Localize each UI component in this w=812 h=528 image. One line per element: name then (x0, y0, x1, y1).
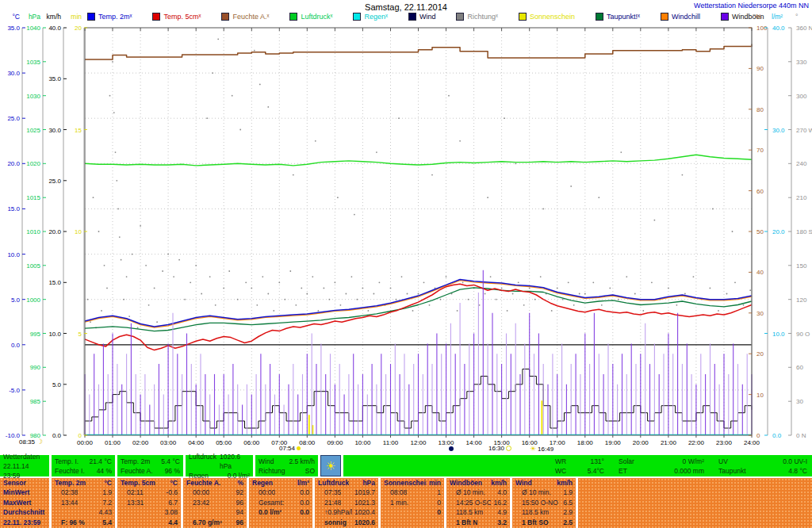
stats-row: Ø 10 min.1.9 (515, 488, 573, 497)
sundot-marker: 07:54 (279, 445, 301, 452)
status-value: 44 % (97, 466, 112, 476)
row-label: Sensor (3, 478, 46, 488)
stats-value: 96 (236, 498, 243, 507)
stats-value: 0 (437, 498, 441, 507)
status-cell: Wetterdaten22.11.14 23:59 (0, 455, 49, 476)
stats-value: 0.0 (300, 498, 309, 507)
stats-column-feuchte-a-: Feuchte A.%00:009223:4296946.70 g/m³96 (183, 478, 247, 528)
stats-detail: 07:35 (318, 488, 341, 497)
stats-detail: 1 Bft N (450, 518, 477, 527)
column-unit: hPa (362, 478, 375, 488)
svg-text:990: 990 (30, 364, 41, 371)
stats-value: 3.08 (164, 507, 178, 517)
stats-column-regen: Regenl/m²00:000.0Gesamt:0.00.0 l/m²0.0 (249, 478, 312, 528)
status-row: WR131° (555, 457, 604, 466)
column-name: Regen (252, 478, 273, 488)
stats-row: ↑0.9hPa/h1020.4 (318, 507, 375, 517)
stats-row: 23:4296 (186, 498, 243, 507)
status-row: 22.11.14 23:59 (3, 461, 46, 480)
column-name: Windböen (450, 478, 482, 488)
stats-detail (186, 507, 193, 517)
status-value: 21.4 °C (90, 457, 112, 466)
stats-value: 0.0 (300, 488, 309, 497)
stats-row: 118.5 km2.9 (515, 507, 573, 517)
status-cell: Luftdruck1020.6 hPaRegen0.0 l/m² (186, 455, 253, 476)
column-unit: km/h (557, 478, 573, 488)
stats-value: 1.9 (563, 488, 573, 497)
svg-text:60: 60 (756, 188, 764, 195)
stats-column-sonnenschein: Sonnenscheinmin08:0811 min.00 (381, 478, 444, 528)
svg-text:10: 10 (756, 392, 764, 399)
svg-text:15.0: 15.0 (7, 205, 20, 212)
stats-detail: 02:38 (55, 488, 78, 497)
stats-value: 16.2 (493, 498, 507, 507)
marker-time-label: 16:49 (538, 446, 553, 453)
marker-time-label: 08:35 (19, 438, 35, 446)
svg-text:985: 985 (30, 398, 41, 405)
stats-detail (121, 507, 127, 517)
svg-text:0.0: 0.0 (11, 342, 21, 349)
stats-row: 02:11-0.6 (121, 488, 178, 497)
status-value: 1020.6 hPa (220, 452, 250, 471)
status-row: Temp. 2m5.4 °C (121, 457, 180, 466)
status-value: 5.4°C (588, 466, 604, 476)
row-label: MaxWert (3, 498, 46, 507)
svg-text:60: 60 (796, 364, 803, 371)
status-row: Luftdruck1020.6 hPa (189, 452, 250, 471)
status-label: Solar (619, 457, 634, 466)
column-header: Windkm/h (515, 478, 573, 488)
stats-value: 6.7 (168, 498, 178, 507)
svg-text:30.0: 30.0 (48, 127, 61, 134)
stats-detail: 118.5 km (515, 507, 549, 517)
svg-text:270 W: 270 W (796, 127, 812, 134)
status-label: Feuchte A. (121, 466, 153, 476)
status-value: SO (305, 466, 315, 476)
svg-text:23:00: 23:00 (716, 439, 733, 446)
svg-text:80: 80 (756, 106, 764, 113)
status-label: Feuchte I. (55, 466, 85, 476)
svg-text:18:00: 18:00 (577, 439, 594, 446)
stats-value: 5.4 (102, 518, 112, 527)
svg-text:0.0: 0.0 (772, 432, 782, 439)
svg-text:90 O: 90 O (796, 331, 810, 338)
svg-text:21:00: 21:00 (661, 439, 677, 446)
status-label: UV (718, 457, 728, 466)
stats-detail: 21:48 (318, 498, 341, 507)
stats-value: 4.43 (98, 507, 112, 517)
svg-text:210: 210 (796, 194, 807, 201)
moon-marker: 08:35☽ (19, 438, 43, 446)
stats-column-luftdruck: LuftdruckhPa07:351019.721:481021.3↑0.9hP… (315, 478, 378, 528)
svg-text:04:00: 04:00 (188, 439, 205, 446)
status-row: ET0.000 mm (619, 466, 704, 476)
svg-text:13:00: 13:00 (438, 439, 454, 446)
svg-text:10.0: 10.0 (48, 331, 61, 338)
stats-row: 1 Bft SO2.5 (515, 518, 573, 527)
stats-value: 4.9 (497, 507, 507, 517)
svg-text:°: ° (795, 13, 798, 21)
sensor-label-column: SensorMinWertMaxWertDurchschnitt22.11. 2… (0, 478, 49, 528)
row-label: 22.11. 23:59 (3, 518, 46, 527)
svg-text:11:00: 11:00 (383, 439, 399, 446)
stats-row: 13:316.7 (121, 498, 178, 507)
column-unit: °C (104, 478, 112, 488)
svg-text:30.0: 30.0 (772, 127, 785, 134)
navydot-marker (449, 446, 455, 451)
svg-text:1030: 1030 (26, 93, 40, 100)
stats-row: 00:0092 (186, 488, 243, 497)
column-unit: °C (170, 478, 178, 488)
svg-text:10: 10 (75, 228, 82, 235)
svg-text:0: 0 (79, 432, 82, 439)
stats-detail: 13:44 (55, 498, 78, 507)
stats-value: 0 (437, 507, 441, 517)
svg-text:100: 100 (756, 25, 768, 32)
stats-detail: 14:25 O-SO (450, 498, 491, 507)
svg-text:19:00: 19:00 (605, 439, 622, 446)
stats-value: 1021.3 (354, 498, 375, 507)
status-label: Wind (259, 457, 274, 466)
status-value: 0.0 UV-I (783, 457, 807, 466)
svg-text:min: min (71, 13, 82, 21)
stats-column-windb-en: Windböenkm/hØ 10 min.4.014:25 O-SO16.211… (446, 478, 510, 528)
stats-row: 4.4 (121, 518, 178, 527)
svg-text:hPa: hPa (29, 13, 40, 21)
status-cell: UV0.0 UV-ITaupunkt4.8 °C (718, 456, 807, 476)
